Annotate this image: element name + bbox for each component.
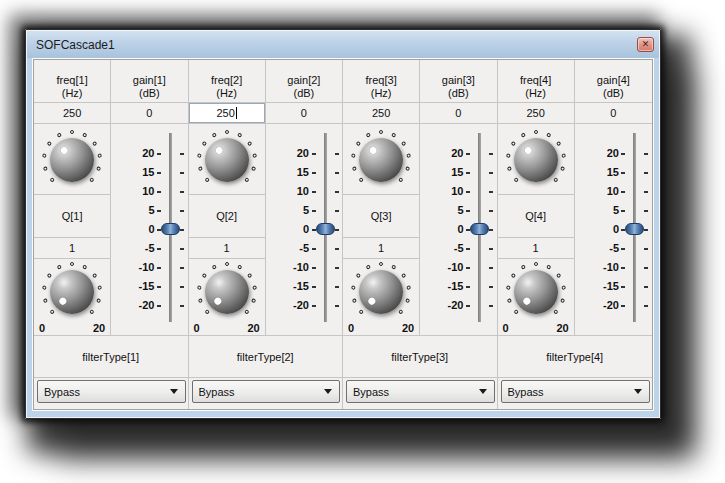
gain1-value-field[interactable]: 0 [111,103,188,124]
tick-mark [466,153,470,155]
slider-scale-label: -10 [139,261,155,274]
q4-value-field[interactable]: 1 [498,238,574,259]
knob-tick [97,153,102,158]
tick-mark [466,267,470,269]
freq1-value-field[interactable]: 250 [34,103,111,124]
slider-scale-label: -10 [603,261,619,274]
q3-label: Q[3] [343,195,419,238]
slider-scale-label: 10 [297,185,309,198]
knob-tick [57,132,62,137]
knob-tick [513,309,519,315]
tick-mark [644,191,648,193]
slider-scale-label: -20 [448,299,464,312]
tick-mark [157,229,161,231]
slider-scale-row: -15 [111,277,187,296]
knob-ball[interactable] [514,138,558,182]
tick-mark [180,267,184,269]
filtertype4-label: filterType[4] [498,336,653,378]
knob-tick [237,132,242,137]
gain3-slider[interactable]: 20151050-5-10-15-20 [420,124,497,336]
knob-ball[interactable] [359,270,403,314]
tick-mark [489,229,493,231]
slider-scale-label: -15 [603,280,619,293]
gain1-slider[interactable]: 20151050-5-10-15-20 [111,124,188,336]
slider-scale-row: 10 [111,182,187,201]
gain4-value-field[interactable]: 0 [575,103,652,124]
filtertype1-dropdown[interactable]: Bypass [37,380,186,403]
q4-label: Q[4] [498,195,574,238]
knob-tick [358,177,364,183]
q3-value-field[interactable]: 1 [343,238,419,259]
knob-ball[interactable] [205,138,249,182]
slider-scale-row: 20 [420,144,496,163]
slider-scale-label: 0 [457,223,463,236]
slider-scale-label: 10 [451,185,463,198]
gain2-value-field[interactable]: 0 [266,103,343,124]
knob-tick [520,264,525,269]
slider-scale-row: 10 [420,182,496,201]
knob-tick [405,166,410,171]
gain4-slider[interactable]: 20151050-5-10-15-20 [575,124,652,336]
slider-scale-row: -10 [420,258,496,277]
knob-tick [47,273,53,279]
slider-scale-label: -15 [139,280,155,293]
tick-mark [621,210,625,212]
knob-tick [82,264,87,269]
slider-scale-row: 5 [266,201,342,220]
knob-ball[interactable] [50,270,94,314]
slider-scale-row: 15 [266,163,342,182]
gain3-header: gain[3] (dB) [420,60,497,103]
knob-tick [89,177,95,183]
knob-tick [57,264,62,269]
slider-scale-label: -20 [139,299,155,312]
gain3-value-field[interactable]: 0 [420,103,497,124]
tick-mark [644,248,648,250]
knob-tick [211,132,216,137]
knob-tick [237,264,242,269]
tick-mark [489,305,493,307]
tick-mark [312,153,316,155]
knob-ball[interactable] [205,270,249,314]
tick-mark [312,267,316,269]
tick-mark [644,153,648,155]
filtertype3-dropdown[interactable]: Bypass [346,380,495,403]
slider-scale-row: 0 [575,220,652,239]
gain2-slider[interactable]: 20151050-5-10-15-20 [266,124,343,336]
control-grid: freq[1] (Hz) gain[1] (dB) freq[2] (Hz) g… [33,59,653,410]
knob-ball[interactable] [359,138,403,182]
q1-value-field[interactable]: 1 [34,238,110,259]
knob-tick [406,153,411,158]
tick-mark [312,229,316,231]
freq3-value-field[interactable]: 250 [343,103,420,124]
tick-mark [335,210,339,212]
slider-scale-label: 0 [303,223,309,236]
channel4-freq-stack: Q[4] 1 0 20 [498,124,575,336]
tick-mark [621,286,625,288]
sofcascade-window: SOFCascade1 ✕ freq[1] (Hz) gain[1] (dB) … [25,29,661,419]
tick-mark [335,229,339,231]
freq1-knob-cell [34,124,110,195]
knob-tick [252,285,257,290]
freq4-value-field[interactable]: 250 [498,103,575,124]
filtertype4-dropdown[interactable]: Bypass [501,380,651,403]
filtertype2-dropdown[interactable]: Bypass [192,380,341,403]
knob-tick [204,309,210,315]
tick-mark [180,191,184,193]
knob-ball[interactable] [50,138,94,182]
knob-tick [246,141,252,147]
knob-tick [225,130,229,134]
knob-tick [351,153,356,158]
tick-mark [312,172,316,174]
tick-mark [157,153,161,155]
freq2-value-field[interactable]: 250 [189,103,266,124]
slider-scale-label: 0 [148,223,154,236]
q2-value-field[interactable]: 1 [189,238,265,259]
tick-mark [489,153,493,155]
tick-mark [466,191,470,193]
knob-tick [513,177,519,183]
close-icon[interactable]: ✕ [637,37,654,52]
tick-mark [335,305,339,307]
knob-ball[interactable] [514,270,558,314]
titlebar[interactable]: SOFCascade1 ✕ [27,31,659,58]
slider-scale-row: 15 [575,163,652,182]
